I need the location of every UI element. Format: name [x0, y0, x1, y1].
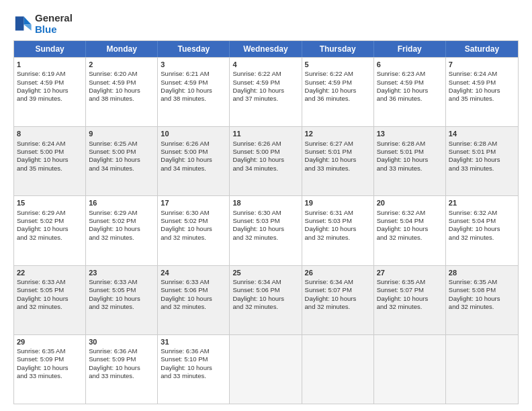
day-cell-29: 29Sunrise: 6:35 AMSunset: 5:09 PMDayligh… — [14, 335, 86, 404]
day-info-line: Sunset: 4:59 PM — [232, 79, 298, 87]
day-info-line: Sunrise: 6:30 AM — [161, 209, 226, 217]
day-number: 1 — [17, 60, 83, 69]
day-number: 21 — [449, 198, 515, 208]
day-info-line: and 32 minutes. — [89, 234, 154, 242]
day-cell-22: 22Sunrise: 6:33 AMSunset: 5:05 PMDayligh… — [14, 266, 86, 334]
calendar-week-1: 1Sunrise: 6:19 AMSunset: 4:59 PMDaylight… — [14, 57, 518, 126]
day-info-line: and 32 minutes. — [449, 234, 515, 242]
day-info-line: Sunrise: 6:22 AM — [232, 70, 298, 78]
day-info-line: Sunrise: 6:26 AM — [232, 140, 298, 148]
day-info-line: and 32 minutes. — [305, 303, 371, 311]
page: General Blue SundayMondayTuesdayWednesda… — [0, 0, 532, 411]
day-cell-8: 8Sunrise: 6:24 AMSunset: 5:00 PMDaylight… — [14, 127, 86, 195]
day-info-line: Sunset: 5:01 PM — [449, 148, 515, 156]
day-info-line: Sunset: 5:04 PM — [449, 217, 515, 225]
day-info-line: Sunrise: 6:21 AM — [161, 70, 226, 78]
day-info-line: Sunset: 5:10 PM — [161, 355, 226, 363]
day-number: 15 — [17, 198, 83, 208]
day-cell-31: 31Sunrise: 6:36 AMSunset: 5:10 PMDayligh… — [158, 335, 230, 404]
day-info-line: Sunset: 4:59 PM — [449, 79, 515, 87]
day-number: 12 — [305, 129, 371, 138]
calendar: SundayMondayTuesdayWednesdayThursdayFrid… — [13, 40, 519, 404]
calendar-week-4: 22Sunrise: 6:33 AMSunset: 5:05 PMDayligh… — [14, 265, 518, 334]
day-number: 25 — [232, 268, 298, 277]
day-info-line: and 38 minutes. — [89, 95, 154, 103]
day-number: 17 — [161, 198, 226, 208]
day-info-line: and 33 minutes. — [17, 372, 83, 380]
day-info-line: Sunrise: 6:24 AM — [449, 70, 515, 78]
day-info-line: Sunrise: 6:29 AM — [17, 209, 83, 217]
day-cell-20: 20Sunrise: 6:32 AMSunset: 5:04 PMDayligh… — [374, 196, 446, 265]
day-info-line: Sunrise: 6:29 AM — [89, 209, 154, 217]
logo-text: General Blue — [35, 12, 73, 35]
day-cell-28: 28Sunrise: 6:35 AMSunset: 5:08 PMDayligh… — [446, 266, 518, 334]
day-info-line: Daylight: 10 hours — [377, 87, 443, 95]
day-info-line: Daylight: 10 hours — [232, 87, 298, 95]
day-cell-6: 6Sunrise: 6:23 AMSunset: 4:59 PMDaylight… — [374, 58, 446, 126]
header-day-monday: Monday — [86, 41, 158, 57]
day-info-line: Daylight: 10 hours — [305, 295, 371, 303]
day-number: 24 — [161, 268, 226, 277]
day-info-line: Sunset: 5:02 PM — [17, 217, 83, 225]
day-info-line: Daylight: 10 hours — [89, 156, 154, 164]
svg-marker-0 — [24, 17, 31, 25]
day-cell-18: 18Sunrise: 6:30 AMSunset: 5:03 PMDayligh… — [230, 196, 302, 265]
day-info-line: Sunrise: 6:32 AM — [449, 209, 515, 217]
day-info-line: Daylight: 10 hours — [89, 225, 154, 233]
day-info-line: Sunrise: 6:23 AM — [377, 70, 443, 78]
day-info-line: Sunset: 5:07 PM — [377, 286, 443, 294]
header-day-thursday: Thursday — [302, 41, 374, 57]
day-info-line: Sunrise: 6:34 AM — [305, 278, 371, 286]
day-number: 29 — [17, 337, 83, 347]
day-info-line: and 34 minutes. — [89, 165, 154, 173]
day-cell-26: 26Sunrise: 6:34 AMSunset: 5:07 PMDayligh… — [302, 266, 374, 334]
day-info-line: and 32 minutes. — [17, 303, 83, 311]
day-number: 20 — [377, 198, 443, 208]
day-info-line: Daylight: 10 hours — [305, 225, 371, 233]
day-info-line: Sunset: 5:01 PM — [305, 148, 371, 156]
day-info-line: and 33 minutes. — [305, 165, 371, 173]
day-info-line: Sunrise: 6:25 AM — [89, 140, 154, 148]
day-info-line: Daylight: 10 hours — [377, 295, 443, 303]
day-cell-30: 30Sunrise: 6:36 AMSunset: 5:09 PMDayligh… — [86, 335, 158, 404]
day-info-line: Sunset: 4:59 PM — [377, 79, 443, 87]
day-info-line: and 33 minutes. — [449, 165, 515, 173]
day-info-line: and 33 minutes. — [377, 165, 443, 173]
day-number: 3 — [161, 60, 226, 69]
day-info-line: Sunrise: 6:36 AM — [89, 347, 154, 355]
day-info-line: Sunrise: 6:24 AM — [17, 140, 83, 148]
day-info-line: Sunset: 5:05 PM — [17, 286, 83, 294]
day-info-line: and 32 minutes. — [232, 234, 298, 242]
day-number: 9 — [89, 129, 154, 138]
day-info-line: Daylight: 10 hours — [17, 364, 83, 372]
day-info-line: Sunrise: 6:32 AM — [377, 209, 443, 217]
day-info-line: Sunrise: 6:27 AM — [305, 140, 371, 148]
day-info-line: Sunset: 4:59 PM — [17, 79, 83, 87]
empty-cell — [446, 335, 518, 404]
day-info-line: Sunrise: 6:30 AM — [232, 209, 298, 217]
day-info-line: Sunrise: 6:36 AM — [161, 347, 226, 355]
day-info-line: and 32 minutes. — [161, 234, 226, 242]
day-info-line: Sunrise: 6:33 AM — [89, 278, 154, 286]
day-info-line: and 34 minutes. — [161, 165, 226, 173]
day-number: 10 — [161, 129, 226, 138]
day-info-line: Sunset: 5:04 PM — [377, 217, 443, 225]
day-info-line: Sunrise: 6:26 AM — [161, 140, 226, 148]
calendar-header: SundayMondayTuesdayWednesdayThursdayFrid… — [14, 41, 518, 57]
day-info-line: Sunrise: 6:35 AM — [377, 278, 443, 286]
day-info-line: Sunset: 5:00 PM — [89, 148, 154, 156]
day-info-line: Daylight: 10 hours — [449, 156, 515, 164]
day-info-line: Sunset: 5:03 PM — [232, 217, 298, 225]
day-cell-3: 3Sunrise: 6:21 AMSunset: 4:59 PMDaylight… — [158, 58, 230, 126]
day-info-line: Daylight: 10 hours — [305, 87, 371, 95]
day-info-line: Daylight: 10 hours — [17, 295, 83, 303]
day-cell-23: 23Sunrise: 6:33 AMSunset: 5:05 PMDayligh… — [86, 266, 158, 334]
day-info-line: Sunset: 5:06 PM — [161, 286, 226, 294]
day-number: 23 — [89, 268, 154, 277]
day-info-line: Sunrise: 6:31 AM — [305, 209, 371, 217]
day-info-line: Daylight: 10 hours — [89, 364, 154, 372]
day-info-line: Daylight: 10 hours — [232, 156, 298, 164]
day-cell-13: 13Sunrise: 6:28 AMSunset: 5:01 PMDayligh… — [374, 127, 446, 195]
day-info-line: Daylight: 10 hours — [89, 87, 154, 95]
day-info-line: Sunrise: 6:35 AM — [17, 347, 83, 355]
